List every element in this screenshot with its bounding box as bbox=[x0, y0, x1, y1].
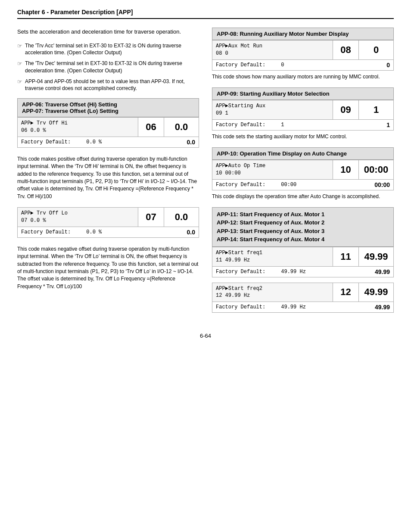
app1114-header: APP-11: Start Frequency of Aux. Motor 1 … bbox=[212, 207, 394, 247]
app07-line2: 07 0.0 % bbox=[21, 217, 134, 224]
app08-line1: APP►Aux Mot Run bbox=[216, 43, 329, 50]
chapter-title: Chapter 6 - Parameter Description [APP] bbox=[17, 9, 133, 16]
bullet-text-2: The 'Trv Dec' terminal set in EXT-30 to … bbox=[25, 60, 199, 75]
app10-factory-val: 00:00 bbox=[355, 181, 390, 188]
bullet-icon: ☞ bbox=[17, 78, 22, 86]
app06-val: 0.0 bbox=[164, 118, 199, 137]
app11-factory-val: 49.99 bbox=[355, 268, 390, 275]
app07-num: 07 bbox=[138, 208, 164, 227]
app11-num: 11 bbox=[333, 247, 359, 266]
app09-factory-label: Factory Default: 1 bbox=[216, 122, 355, 128]
app09-header: APP-09: Starting Auxiliary Motor Selecti… bbox=[212, 87, 394, 100]
app10-display: APP►Auto Op Time 10 00:00 10 00:00 bbox=[212, 160, 394, 180]
app12-factory-label: Factory Default: 49.99 Hz bbox=[216, 304, 355, 310]
app11-factory: Factory Default: 49.99 Hz 49.99 bbox=[212, 267, 394, 277]
app06-display: APP► Trv Off Hi 06 0.0 % 06 0.0 bbox=[17, 117, 199, 137]
app12-lcd: APP►Start freq2 12 49.99 Hz bbox=[212, 283, 333, 302]
right-column: APP-08: Running Auxiliary Motor Number D… bbox=[212, 28, 394, 320]
app09-num: 09 bbox=[333, 100, 359, 119]
app10-factory-label: Factory Default: 00:00 bbox=[216, 182, 355, 188]
app06-factory-val: 0.0 bbox=[161, 139, 195, 146]
app06-lcd: APP► Trv Off Hi 06 0.0 % bbox=[18, 118, 138, 137]
app08-desc: This code shows how many auxiliary motor… bbox=[212, 73, 394, 81]
app11-lcd: APP►Start freq1 11 49.99 Hz bbox=[212, 247, 333, 266]
app11-line1: APP►Start freq1 bbox=[216, 249, 329, 257]
left-column: Sets the acceleration and deceleration t… bbox=[17, 28, 199, 320]
intro-text: Sets the acceleration and deceleration t… bbox=[17, 28, 199, 36]
app11-line2: 11 49.99 Hz bbox=[216, 257, 329, 264]
app06-factory-label: Factory Default: 0.0 % bbox=[21, 139, 161, 145]
app11-display: APP►Start freq1 11 49.99 Hz 11 49.99 bbox=[212, 247, 394, 267]
app12-val: 49.99 bbox=[359, 283, 393, 302]
app09-display: APP►Starting Aux 09 1 09 1 bbox=[212, 100, 394, 120]
app07-line1: APP► Trv Off Lo bbox=[21, 210, 134, 217]
app09-desc: This code sets the starting auxiliary mo… bbox=[212, 133, 394, 140]
app08-header: APP-08: Running Auxiliary Motor Number D… bbox=[212, 28, 394, 40]
app07-val: 0.0 bbox=[164, 208, 199, 227]
app09-val: 1 bbox=[359, 100, 393, 119]
app08-factory: Factory Default: 0 0 bbox=[212, 60, 394, 71]
app07-desc: This code makes negative offset during t… bbox=[17, 246, 199, 290]
app12-factory-val: 49.99 bbox=[355, 304, 390, 311]
app10-lcd: APP►Auto Op Time 10 00:00 bbox=[212, 160, 333, 179]
app11-factory-label: Factory Default: 49.99 Hz bbox=[216, 269, 355, 275]
app0607-header: APP-06: Traverse Offset (Hi) SettingAPP-… bbox=[17, 98, 199, 117]
app08-display: APP►Aux Mot Run 08 0 08 0 bbox=[212, 40, 394, 60]
app10-section: APP-10: Operation Time Display on Auto C… bbox=[212, 147, 394, 200]
app07-factory-label: Factory Default: 0.0 % bbox=[21, 229, 161, 235]
app10-line1: APP►Auto Op Time bbox=[216, 162, 329, 170]
app08-lcd: APP►Aux Mot Run 08 0 bbox=[212, 40, 333, 59]
app12-num: 12 bbox=[333, 283, 359, 302]
app12-line2: 12 49.99 Hz bbox=[216, 292, 329, 299]
app07-factory: Factory Default: 0.0 % 0.0 bbox=[17, 227, 199, 238]
app08-factory-label: Factory Default: 0 bbox=[216, 62, 355, 68]
app09-section: APP-09: Starting Auxiliary Motor Selecti… bbox=[212, 87, 394, 140]
app09-factory-val: 1 bbox=[355, 121, 390, 128]
app12-line1: APP►Start freq2 bbox=[216, 285, 329, 292]
app12-display: APP►Start freq2 12 49.99 Hz 12 49.99 bbox=[212, 283, 394, 302]
list-item: ☞ The 'Trv Acc' terminal set in EXT-30 t… bbox=[17, 42, 199, 57]
app06-line2: 06 0.0 % bbox=[21, 127, 134, 134]
bullet-text-1: The 'Trv Acc' terminal set in EXT-30 to … bbox=[25, 42, 199, 57]
app08-factory-val: 0 bbox=[355, 62, 390, 68]
page-header: Chapter 6 - Parameter Description [APP] bbox=[17, 9, 394, 19]
app08-line2: 08 0 bbox=[216, 50, 329, 57]
app10-val: 00:00 bbox=[359, 160, 393, 179]
app10-header: APP-10: Operation Time Display on Auto C… bbox=[212, 147, 394, 160]
app09-factory: Factory Default: 1 1 bbox=[212, 120, 394, 131]
app07-display: APP► Trv Off Lo 07 0.0 % 07 0.0 bbox=[17, 207, 199, 227]
app09-lcd: APP►Starting Aux 09 1 bbox=[212, 100, 333, 119]
app0607-section: APP-06: Traverse Offset (Hi) SettingAPP-… bbox=[17, 98, 199, 148]
list-item: ☞ The 'Trv Dec' terminal set in EXT-30 t… bbox=[17, 60, 199, 75]
app06-line1: APP► Trv Off Hi bbox=[21, 120, 134, 127]
list-item: ☞ APP-04 and APP-05 should be set to a v… bbox=[17, 78, 199, 93]
app10-desc: This code displays the operation time af… bbox=[212, 193, 394, 200]
app08-num: 08 bbox=[333, 40, 359, 59]
app07-section: APP► Trv Off Lo 07 0.0 % 07 0.0 Factory … bbox=[17, 207, 199, 238]
page-number: 6-64 bbox=[17, 333, 394, 339]
app10-num: 10 bbox=[333, 160, 359, 179]
page: Chapter 6 - Parameter Description [APP] … bbox=[0, 0, 411, 532]
app09-line2: 09 1 bbox=[216, 110, 329, 117]
app08-section: APP-08: Running Auxiliary Motor Number D… bbox=[212, 28, 394, 81]
app08-val: 0 bbox=[359, 40, 393, 59]
app10-factory: Factory Default: 00:00 00:00 bbox=[212, 180, 394, 190]
app06-factory: Factory Default: 0.0 % 0.0 bbox=[17, 137, 199, 148]
bullet-icon: ☞ bbox=[17, 60, 22, 68]
app07-factory-val: 0.0 bbox=[161, 229, 195, 236]
app06-desc: This code makes positive offset during t… bbox=[17, 156, 199, 200]
bullet-icon: ☞ bbox=[17, 42, 22, 50]
bullet-text-3: APP-04 and APP-05 should be set to a val… bbox=[25, 78, 199, 93]
app10-line2: 10 00:00 bbox=[216, 170, 329, 177]
app09-line1: APP►Starting Aux bbox=[216, 103, 329, 110]
app06-num: 06 bbox=[138, 118, 164, 137]
app12-factory: Factory Default: 49.99 Hz 49.99 bbox=[212, 302, 394, 313]
main-content: Sets the acceleration and deceleration t… bbox=[17, 28, 394, 320]
app11-val: 49.99 bbox=[359, 247, 393, 266]
app1114-section: APP-11: Start Frequency of Aux. Motor 1 … bbox=[212, 207, 394, 313]
app07-lcd: APP► Trv Off Lo 07 0.0 % bbox=[18, 208, 138, 227]
bullet-list: ☞ The 'Trv Acc' terminal set in EXT-30 t… bbox=[17, 42, 199, 93]
